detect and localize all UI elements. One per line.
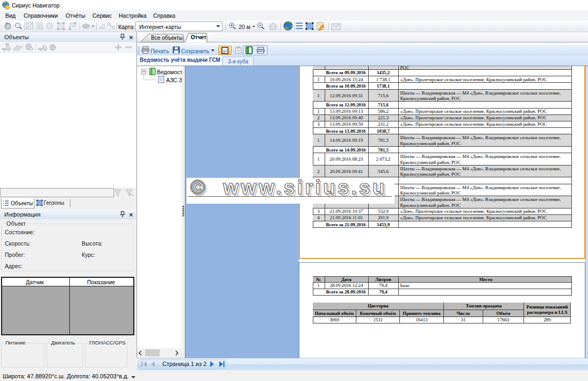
svg-text:?: ? (237, 49, 240, 54)
